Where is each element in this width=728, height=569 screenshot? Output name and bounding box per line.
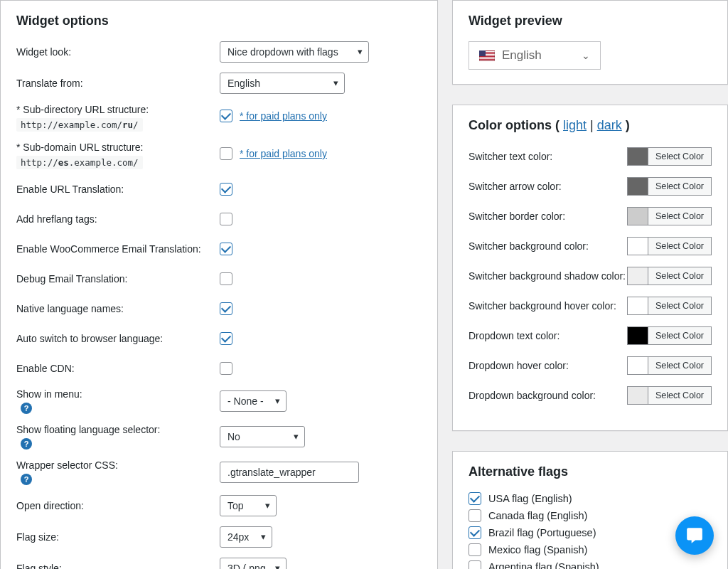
alt-flag-checkbox[interactable] <box>469 560 481 569</box>
translate-from-select-wrap: English <box>220 73 345 94</box>
color-swatch[interactable] <box>627 297 648 315</box>
enable-cdn-checkbox[interactable] <box>220 362 232 375</box>
row-widget-look: Widget look: Nice dropdown with flags <box>16 41 422 63</box>
open-direction-label: Open direction: <box>16 500 220 511</box>
color-swatch[interactable] <box>627 147 648 166</box>
color-options-title: Color options ( light | dark ) <box>469 118 712 133</box>
alt-flag-item: Argentina flag (Spanish) <box>469 560 712 569</box>
color-row: Dropdown hover color:Select Color <box>469 355 712 376</box>
row-subdomain: * Sub-domain URL structure: http://es.ex… <box>16 142 422 169</box>
color-swatch[interactable] <box>627 177 648 196</box>
native-names-checkbox[interactable] <box>220 302 232 315</box>
color-swatch[interactable] <box>627 356 648 375</box>
subdirectory-label: * Sub-directory URL structure: <box>16 104 220 115</box>
row-enable-url-translation: Enable URL Translation: <box>16 179 422 199</box>
debug-email-checkbox[interactable] <box>220 272 232 285</box>
alt-flag-checkbox[interactable] <box>469 509 481 522</box>
preview-language-switcher[interactable]: English ⌄ <box>469 41 601 70</box>
alt-flag-label: Brazil flag (Portuguese) <box>488 527 596 538</box>
select-color-button[interactable]: Select Color <box>648 237 712 255</box>
row-enable-woo: Enable WooCommerce Email Translation: <box>16 239 422 259</box>
select-color-button[interactable]: Select Color <box>648 386 712 405</box>
color-swatch[interactable] <box>627 207 648 225</box>
flag-style-label: Flag style: <box>16 563 220 569</box>
row-show-floating: Show floating language selector:? No <box>16 424 422 450</box>
preview-current-language: English <box>502 48 542 63</box>
select-color-button[interactable]: Select Color <box>648 147 712 166</box>
alt-flag-checkbox[interactable] <box>469 543 481 556</box>
select-color-button[interactable]: Select Color <box>648 297 712 315</box>
help-icon[interactable]: ? <box>21 438 32 450</box>
row-add-hreflang: Add hreflang tags: <box>16 209 422 229</box>
select-color-button[interactable]: Select Color <box>648 267 712 285</box>
native-names-label: Native language names: <box>16 303 220 314</box>
enable-woo-label: Enable WooCommerce Email Translation: <box>16 243 220 255</box>
subdomain-checkbox[interactable] <box>220 147 232 160</box>
open-direction-select[interactable]: Top <box>220 495 277 516</box>
alt-flag-label: USA flag (English) <box>488 493 572 504</box>
show-floating-label: Show floating language selector: <box>16 424 220 435</box>
color-row-label: Switcher border color: <box>469 211 627 222</box>
select-color-button[interactable]: Select Color <box>648 356 712 375</box>
enable-woo-checkbox[interactable] <box>220 243 232 255</box>
widget-look-select[interactable]: Nice dropdown with flags <box>220 41 369 63</box>
auto-switch-checkbox[interactable] <box>220 332 232 345</box>
alt-flag-checkbox[interactable] <box>469 526 481 539</box>
widget-look-select-wrap: Nice dropdown with flags <box>220 41 369 63</box>
color-row-label: Switcher background color: <box>469 240 627 252</box>
widget-preview-panel: Widget preview English ⌄ <box>452 0 728 85</box>
alt-flag-item: Canada flag (English) <box>469 509 712 522</box>
color-swatch[interactable] <box>627 386 648 405</box>
row-open-direction: Open direction: Top <box>16 495 422 516</box>
color-row-label: Switcher background hover color: <box>469 300 627 312</box>
widget-look-label: Widget look: <box>16 46 220 58</box>
color-row-label: Dropdown background color: <box>469 390 627 401</box>
wrapper-css-label: Wrapper selector CSS: <box>16 459 220 471</box>
translate-from-select[interactable]: English <box>220 73 345 94</box>
subdomain-hint: http://es.example.com/ <box>16 156 143 169</box>
flag-size-select[interactable]: 24px <box>220 526 272 548</box>
subdirectory-checkbox[interactable] <box>220 110 232 122</box>
widget-options-title: Widget options <box>16 14 422 28</box>
subdomain-paid-link[interactable]: * for paid plans only <box>240 148 327 159</box>
select-color-button[interactable]: Select Color <box>648 326 712 345</box>
show-in-menu-select[interactable]: - None - <box>220 390 287 412</box>
color-row: Switcher border color:Select Color <box>469 206 712 227</box>
alt-flag-item: Mexico flag (Spanish) <box>469 543 712 556</box>
row-wrapper-css: Wrapper selector CSS:? <box>16 459 422 485</box>
subdirectory-hint: http://example.com/ru/ <box>16 118 143 132</box>
color-row-label: Dropdown text color: <box>469 330 627 341</box>
color-row-label: Dropdown hover color: <box>469 360 627 371</box>
color-swatch[interactable] <box>627 326 648 345</box>
select-color-button[interactable]: Select Color <box>648 207 712 225</box>
alternative-flags-title: Alternative flags <box>469 464 712 479</box>
show-floating-select[interactable]: No <box>220 426 305 447</box>
subdirectory-paid-link[interactable]: * for paid plans only <box>240 110 327 122</box>
color-row-label: Switcher background shadow color: <box>469 270 627 282</box>
row-auto-switch: Auto switch to browser language: <box>16 329 422 349</box>
color-swatch[interactable] <box>627 237 648 255</box>
flag-style-select[interactable]: 3D (.png) <box>220 558 287 569</box>
color-row-label: Switcher text color: <box>469 151 627 162</box>
enable-url-translation-checkbox[interactable] <box>220 183 232 196</box>
help-icon[interactable]: ? <box>21 403 32 414</box>
color-row: Switcher background shadow color:Select … <box>469 265 712 287</box>
color-preset-dark-link[interactable]: dark <box>597 118 622 132</box>
color-preset-light-link[interactable]: light <box>563 118 587 132</box>
color-row-label: Switcher arrow color: <box>469 181 627 192</box>
alt-flag-checkbox[interactable] <box>469 492 481 505</box>
row-translate-from: Translate from: English <box>16 73 422 94</box>
help-icon[interactable]: ? <box>21 474 32 485</box>
translate-from-label: Translate from: <box>16 78 220 89</box>
wrapper-css-input[interactable] <box>220 462 359 483</box>
row-debug-email: Debug Email Translation: <box>16 269 422 289</box>
color-row: Dropdown text color:Select Color <box>469 325 712 346</box>
chat-fab-button[interactable] <box>675 516 714 555</box>
row-enable-cdn: Enable CDN: <box>16 358 422 378</box>
color-row: Switcher arrow color:Select Color <box>469 176 712 197</box>
debug-email-label: Debug Email Translation: <box>16 273 220 284</box>
color-swatch[interactable] <box>627 267 648 285</box>
add-hreflang-checkbox[interactable] <box>220 213 232 225</box>
color-row: Dropdown background color:Select Color <box>469 385 712 406</box>
select-color-button[interactable]: Select Color <box>648 177 712 196</box>
